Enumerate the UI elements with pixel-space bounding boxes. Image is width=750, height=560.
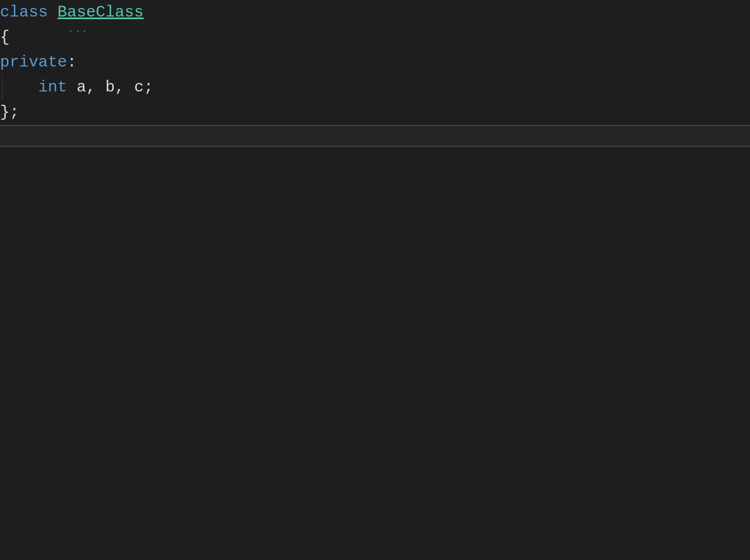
space — [96, 78, 105, 96]
space — [124, 78, 134, 96]
indent-space — [10, 78, 38, 96]
space — [48, 3, 57, 21]
keyword-private: private — [0, 53, 67, 71]
semicolon: ; — [10, 103, 19, 121]
variable-c: c — [134, 78, 144, 96]
code-line-5[interactable]: }; — [0, 100, 750, 125]
variable-a: a — [77, 78, 86, 96]
colon: : — [67, 53, 77, 71]
code-line-4[interactable]: int a, b, c; — [0, 75, 750, 100]
comma: , — [115, 78, 124, 96]
variable-b: b — [105, 78, 115, 96]
code-line-1[interactable]: class BaseClass — [0, 0, 750, 25]
class-name-identifier: BaseClass — [57, 3, 144, 21]
close-brace: } — [0, 103, 10, 121]
code-line-3[interactable]: private: — [0, 50, 750, 75]
comma: , — [86, 78, 96, 96]
indent-guide — [0, 75, 10, 100]
space — [67, 78, 77, 96]
code-hint-icon: ··· — [68, 19, 88, 44]
keyword-class: class — [0, 3, 48, 21]
open-brace: { — [0, 28, 10, 46]
semicolon: ; — [144, 78, 153, 96]
code-editor[interactable]: class BaseClass ··· { private: int a, b,… — [0, 0, 750, 125]
type-int: int — [38, 78, 67, 96]
panel-area[interactable] — [0, 126, 750, 146]
bottom-editor-area[interactable] — [0, 147, 750, 560]
code-line-2[interactable]: { — [0, 25, 750, 50]
